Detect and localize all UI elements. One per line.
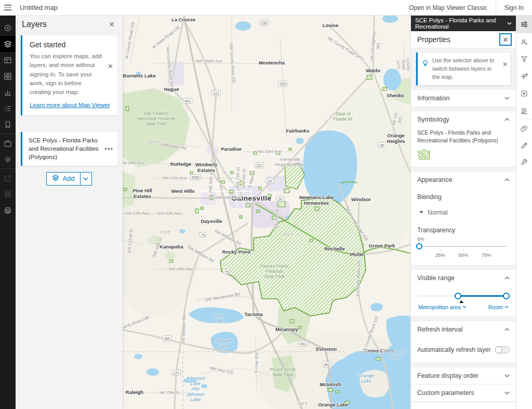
get-started-body: You can explore maps, add layers, and mo… xyxy=(30,52,102,97)
add-layers-icon xyxy=(52,174,59,183)
visible-range-slider[interactable] xyxy=(417,289,510,303)
open-classic-link[interactable]: Open in Map Viewer Classic xyxy=(401,0,496,15)
current-scale-marker xyxy=(459,300,463,303)
layers-panel-title: Layers xyxy=(22,20,47,29)
map-canvas[interactable]: La CrosseLouiseMonteochaBurnetts LakeHag… xyxy=(123,16,410,409)
print-icon[interactable] xyxy=(0,202,16,218)
add-layer-icon[interactable] xyxy=(0,20,16,36)
transparency-label: Transparency xyxy=(417,227,510,234)
chevron-up-icon xyxy=(504,118,510,121)
settings-toolbar xyxy=(516,16,532,409)
learn-more-link[interactable]: Learn more about Map Viewer xyxy=(30,102,110,108)
refresh-interval-section: Refresh interval Automatically refresh l… xyxy=(411,321,516,363)
chevron-down-icon xyxy=(504,306,509,308)
slider-track[interactable] xyxy=(418,246,507,247)
top-bar: Untitled map Open in Map Viewer Classic … xyxy=(0,0,532,16)
chevron-up-icon xyxy=(504,328,510,331)
contents-toolbar xyxy=(0,16,16,409)
tick-75: 75% xyxy=(482,252,491,258)
properties-icon[interactable] xyxy=(516,16,532,33)
edit-icon[interactable] xyxy=(516,137,532,154)
panel-title: Properties xyxy=(417,35,450,44)
custom-parameters-header[interactable]: Custom parameters xyxy=(411,385,516,401)
chevron-up-icon xyxy=(504,178,510,181)
visible-range-header[interactable]: Visible range xyxy=(411,270,516,286)
range-max-select[interactable]: Room xyxy=(488,304,509,310)
transparency-value: 0% xyxy=(417,236,424,242)
layer-options-icon[interactable]: ••• xyxy=(104,145,113,153)
dismiss-get-started-icon[interactable]: ✕ xyxy=(108,62,113,70)
range-max-handle[interactable] xyxy=(503,293,510,299)
layers-icon[interactable] xyxy=(0,36,16,52)
chevron-down-icon xyxy=(507,22,512,25)
chevron-down-icon xyxy=(504,97,510,100)
charts-icon[interactable] xyxy=(0,84,16,100)
range-min-select[interactable]: Metropolitan area xyxy=(418,304,467,310)
save-icon[interactable] xyxy=(0,135,16,151)
legend-icon[interactable] xyxy=(0,100,16,116)
transparency-handle[interactable] xyxy=(416,243,422,249)
custom-parameters-section: Custom parameters xyxy=(411,384,516,402)
close-properties-button[interactable]: ✕ xyxy=(499,33,512,46)
polygon-symbol-swatch[interactable] xyxy=(417,150,430,160)
close-layers-panel-icon[interactable]: ✕ xyxy=(107,19,116,30)
add-dropdown-chevron-icon[interactable] xyxy=(80,173,91,185)
refresh-interval-header[interactable]: Refresh interval xyxy=(411,321,516,338)
blending-value: Normal xyxy=(428,209,448,216)
transparency-slider[interactable]: 0% 25% 50% 75% xyxy=(417,239,510,257)
feature-display-order-section: Feature display order xyxy=(411,367,516,384)
panel-filler xyxy=(411,402,516,409)
selector-tip: Use the selector above to switch between… xyxy=(416,52,511,85)
tick-25: 25% xyxy=(435,252,445,258)
basemap-icon[interactable] xyxy=(0,68,16,84)
create-app-icon xyxy=(0,186,16,202)
chevron-down-icon xyxy=(504,374,510,377)
get-started-title: Get started xyxy=(30,41,112,49)
add-layer-button[interactable]: Add xyxy=(46,172,91,186)
symbology-section: Symbology SCE Polys - Florida Parks and … xyxy=(411,111,516,167)
divider xyxy=(0,134,16,134)
effects-icon[interactable] xyxy=(516,68,532,85)
layers-panel: Layers ✕ Get started You can explore map… xyxy=(16,16,123,409)
symbology-layer-name: SCE Polys - Florida Parks and Recreation… xyxy=(417,129,510,144)
table-icon[interactable] xyxy=(0,52,16,68)
layer-name: SCE Polys - Florida Parks and Recreation… xyxy=(29,136,104,161)
information-header[interactable]: Information xyxy=(411,90,516,107)
chevron-up-icon xyxy=(504,276,510,280)
dismiss-tip-icon[interactable]: ✕ xyxy=(502,57,508,68)
divider xyxy=(0,168,16,169)
share-icon xyxy=(0,170,16,186)
tip-text: Use the selector above to switch between… xyxy=(432,57,496,81)
auto-refresh-toggle[interactable] xyxy=(495,346,510,353)
blending-select[interactable]: Normal xyxy=(417,202,510,222)
bookmarks-icon[interactable] xyxy=(0,116,16,133)
appearance-header[interactable]: Appearance xyxy=(411,171,516,188)
tick-50: 50% xyxy=(458,252,468,258)
layer-selector-label: SCE Polys - Florida Parks and Recreation… xyxy=(415,17,505,30)
styles-icon[interactable] xyxy=(516,33,532,50)
layer-selector-dropdown[interactable]: SCE Polys - Florida Parks and Recreation… xyxy=(411,16,516,31)
map-title: Untitled map xyxy=(20,4,58,11)
settings-icon[interactable] xyxy=(0,151,16,167)
menu-icon[interactable] xyxy=(0,0,16,16)
get-started-card: Get started You can explore maps, add la… xyxy=(21,35,117,115)
properties-panel: SCE Polys - Florida Parks and Recreation… xyxy=(410,16,516,409)
chevron-down-icon xyxy=(504,391,510,394)
filter-icon[interactable] xyxy=(516,50,532,68)
chevron-down-icon xyxy=(462,306,467,308)
caret-down-icon xyxy=(419,211,423,214)
layer-list-item[interactable]: SCE Polys - Florida Parks and Recreation… xyxy=(21,132,117,165)
appearance-section: Appearance Blending Normal Transparency … xyxy=(411,171,516,266)
configure-icon[interactable] xyxy=(516,154,532,171)
feature-display-order-header[interactable]: Feature display order xyxy=(411,367,516,384)
auto-refresh-label: Automatically refresh layer xyxy=(417,346,490,353)
blending-label: Blending xyxy=(417,193,510,201)
labels-icon[interactable] xyxy=(516,102,532,119)
information-section: Information xyxy=(411,89,516,107)
attachments-icon[interactable] xyxy=(516,120,532,137)
add-button-label: Add xyxy=(62,175,74,182)
sign-in-button[interactable]: Sign In xyxy=(496,0,532,15)
range-min-handle[interactable] xyxy=(455,293,461,299)
symbology-header[interactable]: Symbology xyxy=(411,111,516,128)
aggregation-icon[interactable] xyxy=(516,85,532,102)
